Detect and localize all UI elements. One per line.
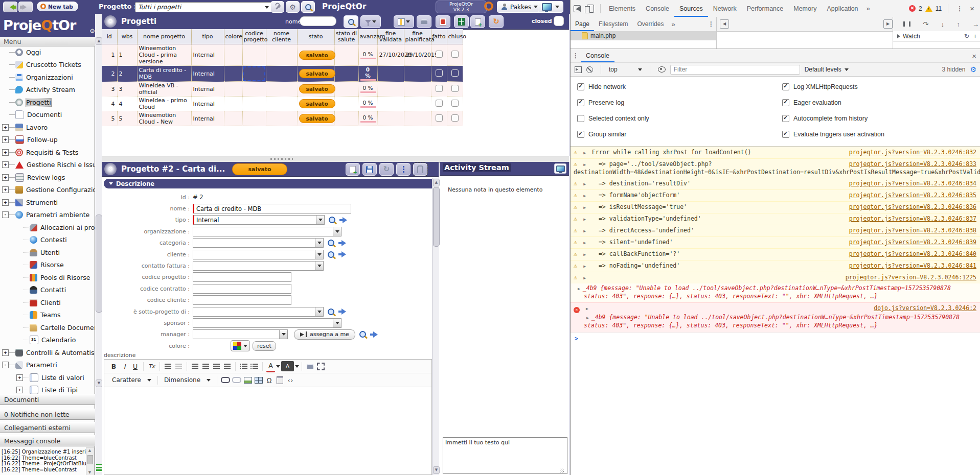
insert-image-button[interactable]	[243, 375, 252, 385]
assign-to-me-button[interactable]: assegna a me	[294, 329, 355, 340]
tree-expander-icon[interactable]: -	[2, 211, 9, 218]
source-link[interactable]: dojo.js?version=V8.2.3.0246:2	[874, 304, 976, 312]
done-checkbox[interactable]	[436, 69, 443, 77]
tree-expander-icon[interactable]: +	[2, 349, 9, 356]
scroll-up-icon[interactable]: ▲	[87, 448, 92, 453]
more-tabs-button[interactable]: »	[863, 5, 873, 12]
expand-arrow-icon[interactable]: ▶	[583, 276, 586, 280]
console-warning-row[interactable]: projeqtor.js?version=V8.2.3.0246:838 ▶ =…	[571, 225, 980, 236]
sidebar-menu-item[interactable]: Contesti	[0, 234, 95, 247]
size-dropdown[interactable]: Dimensione	[161, 375, 214, 385]
sidebar-menu-item[interactable]: Oggi	[0, 46, 95, 59]
sidebar-menu-item[interactable]: Teams	[0, 309, 95, 322]
scroll-thumb[interactable]	[87, 455, 93, 464]
tree-expander-icon[interactable]: +	[16, 374, 23, 381]
clear-console-icon[interactable]	[586, 66, 593, 73]
source-link[interactable]: projeqtor.js?version=V8.2.3.0246:838	[849, 227, 976, 234]
settings-button[interactable]: ⚙	[286, 1, 300, 13]
close-drawer-button[interactable]: ×	[970, 52, 980, 60]
sources-pane-tab[interactable]: Filesystem	[594, 17, 632, 31]
inspect-element-button[interactable]	[571, 2, 584, 15]
done-checkbox[interactable]	[436, 85, 443, 92]
select-dropdown-icon[interactable]	[315, 250, 323, 259]
done-checkbox[interactable]	[436, 100, 443, 107]
source-link[interactable]: projeqtor.js?version=V8.2.3.0246:833	[849, 160, 976, 168]
column-header[interactable]: nome progetto	[137, 29, 191, 44]
expand-arrow-icon[interactable]: ▶	[583, 194, 586, 198]
field-select[interactable]	[193, 250, 324, 259]
new-tab-button[interactable]: New tab	[37, 2, 78, 11]
column-header[interactable]: wbs	[117, 29, 137, 44]
column-header[interactable]: chiuso	[447, 29, 463, 44]
console-object-row[interactable]: ▶_4b9 {message: "Unable to load ../tool/…	[571, 283, 980, 302]
sidebar-menu-item[interactable]: Documenti	[0, 109, 95, 122]
done-checkbox[interactable]	[436, 51, 443, 58]
expand-arrow-icon[interactable]	[897, 34, 900, 38]
field-select[interactable]	[193, 238, 324, 248]
lookup-magnifier-icon[interactable]	[359, 331, 366, 338]
indent-button[interactable]	[164, 361, 172, 371]
device-toolbar-button[interactable]	[584, 2, 597, 15]
scroll-down-icon[interactable]: ▼	[433, 466, 440, 474]
console-setting[interactable]: Hide network	[571, 79, 776, 94]
close-devtools-button[interactable]: ×	[968, 4, 976, 13]
external-links-section-bar[interactable]: Collegamenti esterni	[0, 422, 98, 433]
closed-checkbox[interactable]	[451, 69, 459, 77]
column-header[interactable]: fine pianificata	[404, 29, 431, 44]
setting-checkbox[interactable]	[782, 83, 789, 90]
setting-checkbox[interactable]	[782, 99, 789, 106]
lookup-magnifier-icon[interactable]	[329, 217, 335, 223]
rich-text-editor[interactable]: B I U Tx A A Carattere	[104, 359, 432, 475]
setting-checkbox[interactable]	[577, 115, 584, 122]
column-header[interactable]: avanzam	[358, 29, 377, 44]
console-warning-row[interactable]: projeqtor.js?version=V8.2.3.0246:834 ▶ =…	[571, 178, 980, 189]
maximize-button[interactable]	[316, 361, 325, 371]
italic-button[interactable]: I	[120, 361, 129, 371]
unlink-button[interactable]	[232, 375, 241, 385]
attachment-button[interactable]	[413, 163, 427, 176]
select-dropdown-icon[interactable]	[333, 319, 341, 327]
field-input[interactable]	[193, 284, 291, 294]
column-header[interactable]: nome cliente	[266, 29, 297, 44]
documents-section-bar[interactable]: Documenti	[0, 394, 98, 405]
sidebar-menu-item[interactable]: - Parametri ambiente	[0, 209, 95, 222]
console-setting[interactable]: Preserve log	[571, 94, 776, 110]
sources-pane-tab[interactable]: Page	[571, 17, 594, 31]
underline-button[interactable]: U	[131, 361, 140, 371]
sidebar-menu-item[interactable]: Organizzazioni	[0, 71, 95, 84]
sidebar-menu-item[interactable]: Risorse	[0, 259, 95, 272]
insert-table-button[interactable]	[254, 375, 263, 385]
console-setting[interactable]: Log XMLHttpRequests	[776, 79, 980, 94]
console-sidebar-toggle-icon[interactable]	[575, 66, 582, 73]
tree-expander-icon[interactable]: -	[2, 362, 9, 368]
setting-checkbox[interactable]	[782, 131, 789, 138]
scroll-thumb[interactable]	[433, 187, 440, 247]
field-select[interactable]	[193, 307, 324, 317]
setting-checkbox[interactable]	[577, 99, 584, 106]
closed-checkbox[interactable]	[451, 114, 459, 122]
outdent-button[interactable]	[174, 361, 183, 371]
source-link[interactable]: projeqtor.js?version=V8.2.3.0246:837	[849, 215, 976, 223]
sidebar-menu-item[interactable]: + Strumenti	[0, 196, 95, 209]
refresh-button[interactable]: ↻	[379, 163, 394, 176]
select-dropdown-icon[interactable]	[316, 216, 324, 224]
sidebar-menu-item[interactable]: - Parametri	[0, 359, 95, 372]
search-project-button[interactable]	[301, 1, 315, 13]
warning-badge-icon[interactable]	[925, 6, 932, 12]
new-document-button[interactable]	[470, 15, 485, 28]
expand-arrow-icon[interactable]: ▶	[583, 264, 586, 269]
source-link[interactable]: projeqtor.js?version=V8.2.3.0246:840	[849, 250, 976, 258]
tree-expander-icon[interactable]: +	[2, 161, 9, 168]
ordered-list-button[interactable]	[239, 361, 248, 371]
tree-expander-icon[interactable]: +	[2, 186, 9, 193]
hide-navigator-button[interactable]: ◀	[720, 19, 729, 29]
column-header[interactable]: tipo	[191, 29, 224, 44]
closed-filter-checkbox[interactable]	[554, 16, 564, 26]
save-button[interactable]	[362, 163, 377, 176]
console-setting[interactable]: Group similar	[571, 126, 776, 142]
activity-note-input[interactable]: Immetti il tuo testo qui	[443, 437, 567, 474]
field-select[interactable]	[193, 318, 341, 328]
field-input[interactable]: Carta di credito - MDB	[193, 204, 351, 213]
devtools-tab[interactable]: Network	[708, 0, 742, 17]
lookup-magnifier-icon[interactable]	[328, 251, 334, 258]
